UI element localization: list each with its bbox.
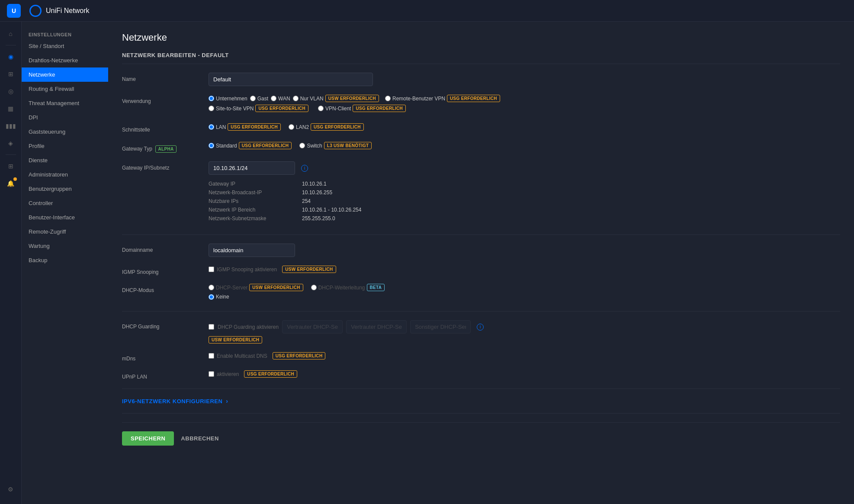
radio-unternehmen-label: Unternehmen [216,96,247,102]
radio-dhcp-server-label: DHCP-Server [216,285,247,291]
badge-beta-dhcp-relay: BETA [367,284,385,291]
mdns-checkbox[interactable] [209,353,214,359]
dhcp-guarding-info-icon[interactable]: i [477,324,484,331]
form-row-upnp: UPnP LAN aktivieren USG ERFORDERLICH [122,370,840,380]
radio-site-vpn[interactable]: Site-to-Site VPN USG ERFORDERLICH [209,105,308,112]
sidebar-item-threat[interactable]: Threat Management [22,96,108,110]
ip-label-maske: Netzwerk-Subnetzmaske [209,215,295,222]
app-logo: U UniFi Network [7,4,89,18]
badge-alpha: ALPHA [155,145,177,153]
radio-wan-label: WAN [278,96,290,102]
gateway-typ-row: Standard USG ERFORDERLICH Switch L3 USW … [209,142,840,149]
form-row-domainname: Domainname [122,244,840,257]
sidebar-item-routing[interactable]: Routing & Firewall [22,82,108,96]
igmp-checkbox-item[interactable]: IGMP Snooping aktivieren USW ERFORDERLIC… [209,266,840,273]
radio-vpn-client[interactable]: VPN-Client USG ERFORDERLICH [318,105,406,112]
form-control-dhcp: DHCP-Server USW ERFORDERLICH DHCP-Weiter… [209,284,840,302]
sidebar-item-guest[interactable]: Gaststeuerung [22,125,108,139]
nav-icon-home[interactable]: ⌂ [3,26,19,42]
sidebar-item-wireless[interactable]: Drahtlos-Netzwerke [22,53,108,67]
sidebar-item-profiles[interactable]: Profile [22,139,108,153]
igmp-checkbox-label: IGMP Snooping aktivieren [217,266,277,273]
nav-icon-bar[interactable]: ▮▮▮ [3,118,19,134]
section-header: NETZWERK BEARBEITEN - DEFAULT [122,52,840,64]
radio-lan[interactable]: LAN USG ERFORDERLICH [209,123,281,131]
page-title: Netzwerke [122,32,840,43]
form-control-gateway-ip: i Gateway IP 10.10.26.1 Netzwerk-Broadca… [209,161,840,226]
ipv6-chevron-icon: › [226,398,228,404]
cancel-button[interactable]: ABBRECHEN [181,435,219,442]
mdns-checkbox-label: Enable Multicast DNS [217,353,267,359]
nav-icon-settings[interactable]: ⚙ [3,482,19,497]
sidebar-item-admins[interactable]: Administratoren [22,167,108,182]
ip-row-gateway: Gateway IP 10.10.26.1 [209,181,840,187]
radio-dhcp-keine[interactable]: Keine [209,294,229,300]
ip-value-bereich: 10.10.26.1 - 10.10.26.254 [302,207,361,213]
sidebar-item-usergroups[interactable]: Benutzergruppen [22,182,108,196]
igmp-checkbox[interactable] [209,266,214,272]
icon-bar: ⌂ ◉ ⊞ ◎ ▦ ▮▮▮ ◈ ⊞ 🔔 ⚙ [0,0,22,504]
app-name: UniFi Network [46,7,89,15]
sidebar-item-site[interactable]: Site / Standort [22,39,108,53]
mdns-checkbox-item[interactable]: Enable Multicast DNS USG ERFORDERLICH [209,352,840,360]
badge-usg-remote: USG ERFORDERLICH [447,95,500,102]
dhcp-other-server [410,320,471,334]
unifi-circle-icon [29,5,42,17]
badge-usg-mdns: USG ERFORDERLICH [273,352,326,360]
nav-icon-calendar[interactable]: ⊞ [3,158,19,174]
nav-icon-users[interactable]: ⊞ [3,66,19,82]
form-control-name [209,73,840,86]
sidebar-item-dpi[interactable]: DPI [22,110,108,125]
sidebar-item-remote[interactable]: Remote-Zugriff [22,225,108,239]
radio-unternehmen[interactable]: Unternehmen [209,96,247,102]
sidebar-item-user-interface[interactable]: Benutzer-Interface [22,210,108,225]
upnp-checkbox-item[interactable]: aktivieren USG ERFORDERLICH [209,370,840,378]
ipv6-section[interactable]: IPV6-NETZWERK KONFIGURIEREN › [122,398,840,404]
gateway-ip-row: i [209,161,840,175]
radio-dhcp-relay[interactable]: DHCP-Weiterleitung BETA [311,284,385,291]
sidebar-section-title: EINSTELLUNGEN [22,29,108,39]
sidebar-item-services[interactable]: Dienste [22,153,108,167]
form-row-name: Name [122,73,840,86]
dhcp-guarding-checkbox[interactable] [209,324,214,330]
ip-label-nutzbar: Nutzbare IPs [209,198,295,204]
radio-remote-vpn[interactable]: Remote-Benutzer VPN USG ERFORDERLICH [385,95,500,102]
radio-nur-vlan[interactable]: Nur VLAN USW ERFORDERLICH [293,95,379,102]
form-control-igmp: IGMP Snooping aktivieren USW ERFORDERLIC… [209,266,840,273]
sidebar-item-controller[interactable]: Controller [22,196,108,210]
domainname-input[interactable] [209,244,295,257]
nav-icon-radar[interactable]: ◎ [3,83,19,99]
sidebar-item-networks[interactable]: Netzwerke [22,67,108,82]
icon-divider-1 [6,45,16,45]
form-control-verwendung: Unternehmen Gast WAN Nur VLAN USW ERFORD… [209,95,840,115]
radio-lan2[interactable]: LAN2 USG ERFORDERLICH [289,123,364,131]
upnp-checkbox-label: aktivieren [217,371,239,377]
radio-switch[interactable]: Switch L3 USW BENÖTIGT [299,142,372,149]
dhcp-trusted-server-2 [346,320,407,334]
name-input[interactable] [209,73,373,86]
radio-dhcp-server[interactable]: DHCP-Server USW ERFORDERLICH [209,284,303,291]
label-domainname: Domainname [122,244,209,253]
badge-usg-standard: USG ERFORDERLICH [239,142,292,149]
gateway-ip-input[interactable] [209,161,295,175]
ip-row-bereich: Netzwerk IP Bereich 10.10.26.1 - 10.10.2… [209,207,840,213]
radio-gast[interactable]: Gast [250,96,268,102]
nav-icon-shield[interactable]: ◈ [3,135,19,151]
nav-icon-chart[interactable]: ▦ [3,101,19,116]
radio-site-vpn-label: Site-to-Site VPN [216,106,254,112]
dhcp-guarding-badge-row: USW ERFORDERLICH [209,336,840,343]
form-row-igmp: IGMP Snooping IGMP Snooping aktivieren U… [122,266,840,275]
upnp-checkbox[interactable] [209,371,214,377]
radio-standard[interactable]: Standard USG ERFORDERLICH [209,142,292,149]
save-button[interactable]: SPEICHERN [122,431,174,446]
badge-usw-dhcp-server: USW ERFORDERLICH [249,284,303,291]
radio-lan2-label: LAN2 [296,124,309,130]
nav-icon-stats[interactable]: ◉ [3,49,19,64]
gateway-ip-info-icon[interactable]: i [301,165,308,172]
verwendung-row-2: Site-to-Site VPN USG ERFORDERLICH VPN-Cl… [209,105,840,112]
radio-lan-label: LAN [216,124,226,130]
sidebar-item-backup[interactable]: Backup [22,253,108,267]
radio-wan[interactable]: WAN [271,96,290,102]
nav-icon-alert[interactable]: 🔔 [3,176,19,191]
sidebar-item-maintenance[interactable]: Wartung [22,239,108,253]
